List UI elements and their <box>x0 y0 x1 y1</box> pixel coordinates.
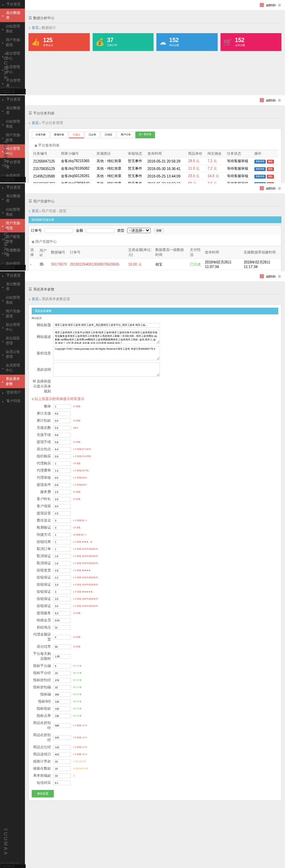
param-input[interactable] <box>53 699 71 704</box>
param-input[interactable] <box>53 426 71 430</box>
delete-button[interactable]: 删除 <box>267 160 274 164</box>
save-button[interactable]: 保存设置 <box>32 790 54 797</box>
search-button[interactable]: 搜索 <box>154 228 164 233</box>
param-input[interactable] <box>53 533 71 537</box>
param-input[interactable] <box>53 554 71 559</box>
param-input[interactable] <box>53 497 71 502</box>
gear-icon[interactable]: ⚙ <box>278 274 281 278</box>
username[interactable]: admin <box>266 274 276 278</box>
stat-card[interactable]: ☁152商品总数 <box>156 33 218 51</box>
param-input[interactable] <box>53 635 71 640</box>
param-input[interactable] <box>53 468 71 473</box>
sidebar-item[interactable]: ▪客户问答 <box>0 397 25 405</box>
avatar[interactable] <box>260 98 264 102</box>
tab[interactable]: 任务列表 <box>32 132 50 138</box>
param-input[interactable] <box>53 671 71 676</box>
avatar[interactable] <box>260 3 264 7</box>
amount-input[interactable] <box>86 228 114 233</box>
sidebar-item[interactable]: ▪登录用户 <box>0 388 25 397</box>
avatar[interactable] <box>260 274 264 278</box>
breadcrumb-home[interactable]: ⌂ 首页 <box>28 26 39 30</box>
username[interactable]: admin <box>266 186 276 190</box>
param-input[interactable] <box>53 723 71 728</box>
order-input[interactable] <box>45 228 73 233</box>
param-input[interactable] <box>53 454 71 459</box>
param-input[interactable] <box>53 774 71 778</box>
breadcrumb-home[interactable]: ⌂ 首页 <box>28 209 39 213</box>
param-input[interactable] <box>53 597 71 601</box>
sidebar-item[interactable]: ▪会员管理中心 <box>0 361 25 375</box>
sms-input[interactable] <box>53 781 71 785</box>
avatar[interactable] <box>260 186 264 190</box>
param-input[interactable] <box>53 461 71 466</box>
sidebar-item[interactable]: ▪用户充值-提现 <box>0 307 25 320</box>
param-input[interactable] <box>53 404 71 409</box>
param-input[interactable] <box>53 766 71 771</box>
delete-button[interactable]: 删除 <box>267 167 274 171</box>
sidebar-item[interactable]: ▪平台首页 <box>0 271 25 280</box>
param-input[interactable] <box>53 664 71 668</box>
username[interactable]: admin <box>266 3 276 7</box>
site-name-input[interactable] <box>53 323 160 328</box>
param-input[interactable] <box>53 547 71 551</box>
param-input[interactable] <box>53 759 71 764</box>
tab[interactable]: 合一新任务 <box>135 132 155 138</box>
sidebar-item[interactable]: ▪后台回应管理 <box>0 334 25 348</box>
param-input[interactable] <box>53 504 71 509</box>
param-input[interactable] <box>53 518 71 523</box>
breadcrumb-home[interactable]: ⌂ 首页 <box>28 297 39 301</box>
param-input[interactable] <box>53 575 71 580</box>
type-select[interactable]: --请选择-- <box>127 228 151 233</box>
param-input[interactable] <box>53 752 71 757</box>
param-input[interactable] <box>53 483 71 487</box>
param-input[interactable] <box>53 685 71 690</box>
view-button[interactable]: 查看详情 <box>254 160 266 164</box>
param-input[interactable] <box>53 590 71 594</box>
sidebar-item[interactable]: ▪平台首页 <box>0 0 25 9</box>
sidebar-item[interactable]: ▪后台数据库 <box>0 280 25 293</box>
stat-card[interactable]: 🛒152运单总数 <box>221 33 282 51</box>
site-desc-input[interactable]: 纯手工接单纯手工任务平台!纯手工任务!纯手工放单!纯手工放单任务平台!纯手工放单… <box>53 330 160 344</box>
sidebar-item[interactable]: ▪分站管理系统 <box>0 205 25 219</box>
sidebar-item[interactable]: ▪会员公告管理 <box>0 348 25 361</box>
stat-card[interactable]: 💰37已购订单 <box>93 33 154 51</box>
tab[interactable]: 已出售 <box>85 132 100 138</box>
param-input[interactable] <box>53 644 71 649</box>
tab[interactable]: 新增任务 <box>50 132 68 138</box>
view-button[interactable]: 查看详情 <box>254 167 266 171</box>
refund-input[interactable] <box>53 363 160 377</box>
param-input[interactable] <box>53 625 71 630</box>
param-input[interactable] <box>53 692 71 697</box>
sidebar-item[interactable]: ▪分站管理系统 <box>0 117 25 131</box>
sidebar-item[interactable]: ▪分站管理系统 <box>0 22 25 36</box>
gear-icon[interactable]: ⚙ <box>278 98 281 102</box>
param-input[interactable] <box>53 490 71 494</box>
gear-icon[interactable]: ⚙ <box>278 186 281 190</box>
param-input[interactable] <box>53 735 71 740</box>
param-input[interactable] <box>53 411 71 416</box>
param-input[interactable] <box>53 568 71 573</box>
param-input[interactable] <box>53 745 71 750</box>
sidebar-item[interactable]: ▪分站管理系统 <box>0 293 25 307</box>
stat-card[interactable]: 👍125所有会员 <box>28 33 90 51</box>
param-input[interactable] <box>53 714 71 718</box>
sidebar-item[interactable]: ▪系统基本参数 <box>0 375 25 388</box>
param-input[interactable] <box>53 604 71 608</box>
breadcrumb-home[interactable]: ⌂ 首页 <box>28 121 39 125</box>
param-input[interactable] <box>53 476 71 480</box>
param-input[interactable] <box>53 511 71 516</box>
param-input[interactable] <box>53 678 71 683</box>
param-input[interactable] <box>53 540 71 544</box>
sidebar-item[interactable]: ▪后台管理中心 <box>0 320 25 334</box>
param-input[interactable] <box>53 707 71 711</box>
gear-icon[interactable]: ⚙ <box>278 3 281 7</box>
sidebar-item[interactable]: ▪用户充值-提现 <box>0 36 25 49</box>
sidebar-item[interactable]: ▪后台数据库 <box>0 9 25 22</box>
param-input[interactable] <box>53 654 71 659</box>
tab[interactable]: 用户订单 <box>117 132 135 138</box>
param-input[interactable] <box>53 433 71 437</box>
param-input[interactable] <box>53 618 71 623</box>
view-button[interactable]: 查看详情 <box>254 175 266 179</box>
copyright-input[interactable]: Copyright ©2017 www.yuumaa.com All Right… <box>53 346 160 360</box>
delete-button[interactable]: 删除 <box>267 175 274 179</box>
